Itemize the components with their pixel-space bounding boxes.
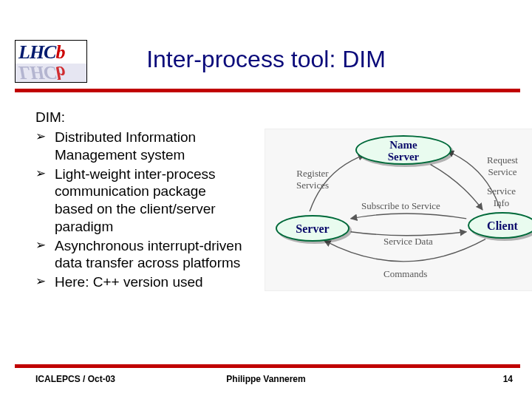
footer-right: 14 — [503, 374, 513, 384]
list-item: Light-weight inter-process communication… — [35, 166, 242, 236]
label-service-data: Service Data — [383, 236, 433, 248]
label-commands: Commands — [383, 268, 427, 280]
slide-body: DIM: Distributed Information Management … — [35, 109, 517, 340]
node-client: Client — [468, 212, 532, 239]
slide-title: Inter-process tool: DIM — [0, 46, 532, 73]
divider-bottom — [15, 364, 520, 368]
divider-top — [15, 89, 520, 92]
label-register-services: Register Services — [296, 168, 329, 191]
slide: LHCb LHCb Inter-process tool: DIM DIM: D… — [0, 0, 532, 399]
list-item: Here: C++ version used — [35, 273, 242, 291]
bullet-list: Distributed Information Management syste… — [35, 129, 242, 291]
label-request-service: Request Service — [487, 154, 518, 178]
list-item: Distributed Information Management syste… — [35, 129, 242, 164]
label-service-info: Service Info — [487, 185, 516, 209]
label-subscribe: Subscribe to Service — [361, 200, 440, 212]
footer-center: Philippe Vannerem — [0, 374, 532, 384]
list-item: Asynchronous interrupt-driven data trans… — [35, 237, 242, 273]
node-name-server: Name Server — [355, 135, 451, 165]
header: LHCb LHCb Inter-process tool: DIM — [0, 0, 532, 87]
intro-label: DIM: — [35, 109, 517, 126]
node-server: Server — [276, 215, 349, 242]
dim-diagram: Name Server Server Client Register Servi… — [265, 129, 532, 291]
footer: ICALEPCS / Oct-03 Philippe Vannerem 14 — [0, 374, 532, 390]
